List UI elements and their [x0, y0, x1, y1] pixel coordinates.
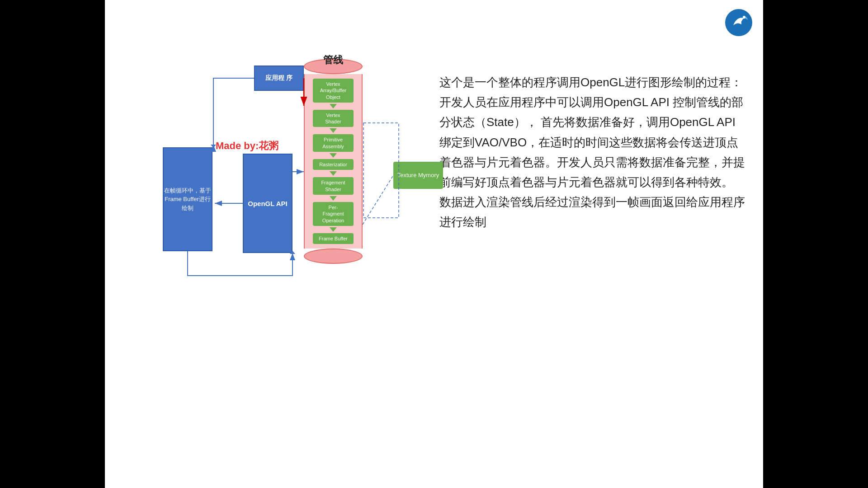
texture-box: Texture Mymory [393, 162, 443, 189]
opengl-api-label: OpenGL API [248, 200, 288, 207]
pipeline-container: 管线 VertexArray/BufferObject VertexShader… [304, 59, 363, 264]
pipeline-stage-6: Per-FragmentOperation [313, 202, 354, 226]
arrow-3 [330, 153, 337, 158]
pipeline-label: 管线 [304, 53, 363, 67]
frame-box-label: 在帧循环中，基于Frame Buffer进行绘制 [164, 186, 212, 213]
frame-box: 在帧循环中，基于Frame Buffer进行绘制 [163, 147, 212, 251]
pipeline-stage-4: Rasterizatior [313, 159, 354, 170]
arrow-1 [330, 104, 337, 108]
arrow-5 [330, 196, 337, 201]
watermark-prefix: Made by: [216, 140, 259, 151]
pipeline-stage-3: PrimitiveAssembly [313, 134, 354, 152]
pipeline-stage-5: FragementShader [313, 177, 354, 195]
app-box-label: 应用程 序 [265, 74, 292, 82]
pipeline-stage-2: VertexShader [313, 110, 354, 127]
texture-box-label: Texture Mymory [397, 172, 439, 179]
pipeline-stage-1: VertexArray/BufferObject [313, 79, 354, 103]
arrow-4 [330, 171, 337, 176]
svg-line-11 [363, 175, 393, 225]
main-content: 应用程 序 在帧循环中，基于Frame Buffer进行绘制 OpenGL AP… [105, 0, 763, 488]
description-text: 这个是一个整体的程序调用OpenGL进行图形绘制的过程：开发人员在应用程序中可以… [439, 72, 745, 232]
watermark-author: 花粥 [259, 140, 278, 151]
arrow-2 [330, 128, 337, 133]
text-area: 这个是一个整体的程序调用OpenGL进行图形绘制的过程：开发人员在应用程序中可以… [412, 0, 763, 488]
slide: 应用程 序 在帧循环中，基于Frame Buffer进行绘制 OpenGL AP… [105, 0, 763, 488]
cylinder-bottom [304, 249, 363, 264]
arrow-6 [330, 227, 337, 232]
diagram-area: 应用程 序 在帧循环中，基于Frame Buffer进行绘制 OpenGL AP… [105, 0, 412, 488]
opengl-api-box: OpenGL API [243, 154, 292, 253]
cylinder-body: VertexArray/BufferObject VertexShader Pr… [304, 74, 363, 249]
pipeline-stage-7: Frame Buffer [313, 233, 354, 244]
watermark: Made by:花粥 [216, 139, 278, 153]
app-box: 应用程 序 [254, 66, 304, 91]
